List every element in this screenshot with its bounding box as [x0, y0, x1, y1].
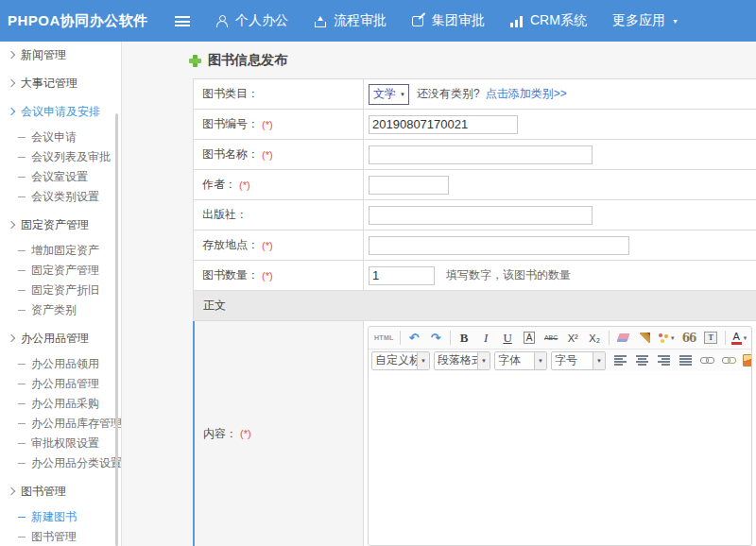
sidebar-item-asset-category[interactable]: 资产类别 [0, 302, 121, 317]
sidebar-item-fixed-asset-depreciation[interactable]: 固定资产折旧 [0, 282, 121, 298]
nav-group-approval[interactable]: 集团审批 [412, 12, 485, 29]
sidebar-item-meeting-apply[interactable]: 会议申请 [0, 129, 121, 145]
book-no-label: 图书编号：(*) [194, 110, 364, 139]
auto-typeset-button[interactable]: ▼ [657, 328, 678, 348]
sidebar-item-supplies-manage[interactable]: 办公用品管理 [0, 376, 121, 391]
bold-button[interactable]: B [455, 328, 474, 348]
editor-cell: HTML↶↷BIUAABCX²X₂▼66TA▼▼▼▼ 自定义标题▼段落格式▼字体… [364, 321, 756, 546]
quantity-input[interactable] [369, 266, 435, 285]
chevron-down-icon: ▼ [417, 352, 429, 369]
sidebar-item-book-mgmt[interactable]: 图书管理 [0, 484, 121, 499]
book-no-input[interactable] [369, 115, 518, 134]
chevron-down-icon: ▼ [477, 352, 490, 369]
chevron-right-icon [8, 334, 15, 342]
quantity-row: 图书数量：(*)填写数字，该图书的数量 [193, 261, 756, 291]
publisher-input[interactable] [369, 206, 593, 225]
sidebar-item-add-fixed-asset[interactable]: 增加固定资产 [0, 243, 121, 258]
quantity-field-cell: 填写数字，该图书的数量 [364, 261, 756, 290]
nav-label-group-approval: 集团审批 [432, 12, 485, 29]
chevron-down-icon: ▼ [672, 18, 679, 25]
sidebar-item-meeting-category-setting[interactable]: 会议类别设置 [0, 189, 121, 204]
sidebar-item-office-supplies-mgmt[interactable]: 办公用品管理 [0, 331, 121, 346]
sidebar-item-supplies-recipients[interactable]: 办公用品领用 [0, 356, 121, 371]
align-justify-button[interactable] [676, 350, 696, 370]
author-label: 作者：(*) [194, 170, 364, 199]
dash-icon [18, 403, 26, 404]
sidebar-menu: 新闻管理大事记管理会议申请及安排会议申请会议列表及审批会议室设置会议类别设置固定… [0, 47, 121, 544]
image-icon [743, 354, 751, 367]
font-color-button[interactable]: A▼ [730, 328, 750, 348]
book-form: 图书类目：文学▼还没有类别?点击添加类别>>图书编号：(*)图书名称：(*)作者… [193, 78, 756, 546]
sidebar-item-book-manage[interactable]: 图书管理 [0, 529, 121, 544]
nav-personal-office[interactable]: 个人办公 [215, 12, 288, 29]
sidebar-item-fixed-asset-manage[interactable]: 固定资产管理 [0, 263, 121, 278]
unlink-icon [722, 357, 736, 365]
eraser-button[interactable] [613, 328, 633, 348]
sidebar-item-label: 会议申请 [31, 129, 77, 145]
sidebar-item-news-mgmt[interactable]: 新闻管理 [0, 47, 121, 62]
content-row: 内容： (*) HTML↶↷BIUAABCX²X₂▼66TA▼▼▼▼ 自定义标题… [193, 321, 756, 546]
sidebar-item-supplies-inventory[interactable]: 办公用品库存管理 [0, 416, 121, 431]
html-source-button[interactable]: HTML [372, 328, 396, 348]
sidebar-item-supplies-purchase[interactable]: 办公用品采购 [0, 396, 121, 411]
sidebar-item-supplies-category-setting[interactable]: 办公用品分类设置 [0, 455, 121, 470]
align-right-button[interactable] [654, 350, 674, 370]
align-center-button[interactable] [632, 350, 652, 370]
nav-crm-system[interactable]: CRM系统 [510, 12, 587, 29]
blockquote-button[interactable]: 66 [679, 328, 699, 348]
sidebar-item-label: 增加固定资产 [31, 243, 99, 258]
link-button[interactable] [697, 350, 717, 370]
align-left-button[interactable] [610, 350, 630, 370]
add-category-link[interactable]: 点击添加类别>> [486, 86, 567, 102]
editor-toolbar-row1: HTML↶↷BIUAABCX²X₂▼66TA▼▼▼▼ [369, 327, 751, 350]
custom-title-select[interactable]: 自定义标题▼ [371, 351, 430, 370]
redo-button[interactable]: ↷ [426, 328, 446, 348]
sidebar-item-meeting-list-approve[interactable]: 会议列表及审批 [0, 149, 121, 164]
body-section-label: 正文 [203, 298, 226, 314]
book-name-input[interactable] [369, 145, 593, 164]
chevron-right-icon [8, 51, 15, 59]
sidebar-item-fixed-assets-mgmt[interactable]: 固定资产管理 [0, 217, 121, 232]
location-label: 存放地点：(*) [194, 230, 364, 260]
paragraph-format-select[interactable]: 段落格式▼ [434, 351, 490, 370]
book-category-select[interactable]: 文学▼ [369, 84, 409, 105]
format-brush-button[interactable] [635, 328, 655, 348]
nav-more-apps[interactable]: 更多应用▼ [612, 12, 679, 29]
superscript-button[interactable]: X² [563, 328, 583, 348]
italic-button[interactable]: I [476, 328, 496, 348]
book-no-row: 图书编号：(*) [193, 110, 756, 140]
font-border-button[interactable]: A [520, 328, 540, 348]
strikethrough-button[interactable]: ABC [541, 328, 561, 348]
sidebar-item-label: 办公用品分类设置 [31, 455, 121, 470]
sidebar-scrollbar[interactable] [115, 113, 118, 546]
flow-icon [314, 15, 327, 27]
undo-button[interactable]: ↶ [404, 328, 424, 348]
sidebar-item-label: 办公用品库存管理 [31, 416, 121, 431]
sidebar-item-label: 办公用品采购 [31, 396, 99, 411]
paste-plain-button[interactable]: T [701, 328, 721, 348]
toolbar-separator [725, 331, 726, 345]
align-center-icon [636, 355, 648, 366]
sidebar-item-meeting-apply-arrange[interactable]: 会议申请及安排 [0, 104, 121, 119]
subscript-button[interactable]: X₂ [585, 328, 605, 348]
dash-icon [18, 250, 26, 251]
top-nav: 个人办公流程审批集团审批CRM系统更多应用▼ [190, 12, 679, 29]
menu-toggle-button[interactable] [175, 16, 190, 26]
sidebar-item-meeting-room-setting[interactable]: 会议室设置 [0, 169, 121, 184]
font-size-select[interactable]: 字号▼ [551, 351, 606, 370]
author-input[interactable] [369, 176, 449, 195]
unlink-button[interactable] [719, 350, 739, 370]
sidebar-item-approval-permission-setting[interactable]: 审批权限设置 [0, 435, 121, 451]
sidebar-item-label: 办公用品管理 [31, 376, 99, 391]
editor-content[interactable] [369, 371, 751, 545]
dash-icon [18, 196, 26, 197]
insert-image-button[interactable] [741, 350, 751, 370]
font-family-select[interactable]: 字体▼ [494, 351, 547, 370]
sidebar-item-label: 会议类别设置 [31, 189, 99, 204]
sidebar-item-new-book[interactable]: 新建图书 [0, 509, 121, 524]
sidebar-item-memorabilia-mgmt[interactable]: 大事记管理 [0, 76, 121, 91]
underline-button[interactable]: U [498, 328, 518, 348]
nav-process-approval[interactable]: 流程审批 [314, 12, 387, 29]
location-input[interactable] [369, 236, 629, 255]
sidebar-item-label: 会议列表及审批 [31, 149, 111, 164]
